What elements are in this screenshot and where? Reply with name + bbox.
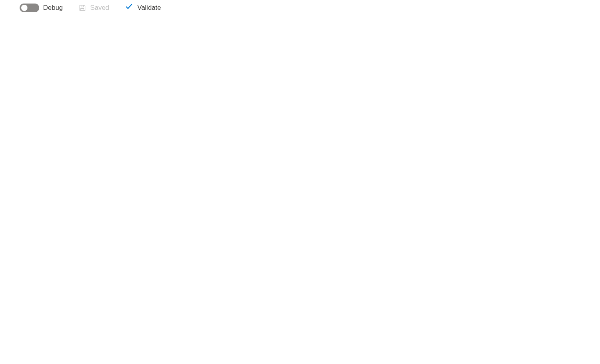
check-icon bbox=[125, 2, 133, 13]
saved-label: Saved bbox=[90, 4, 109, 12]
saved-item: Saved bbox=[78, 4, 109, 12]
validate-item[interactable]: Validate bbox=[125, 2, 161, 13]
debug-label: Debug bbox=[43, 4, 63, 12]
debug-toggle-item[interactable]: Debug bbox=[20, 4, 63, 12]
debug-toggle-icon[interactable] bbox=[20, 4, 39, 12]
save-icon bbox=[78, 4, 86, 12]
toolbar: Debug Saved Validate bbox=[0, 0, 600, 19]
validate-label: Validate bbox=[137, 4, 161, 12]
